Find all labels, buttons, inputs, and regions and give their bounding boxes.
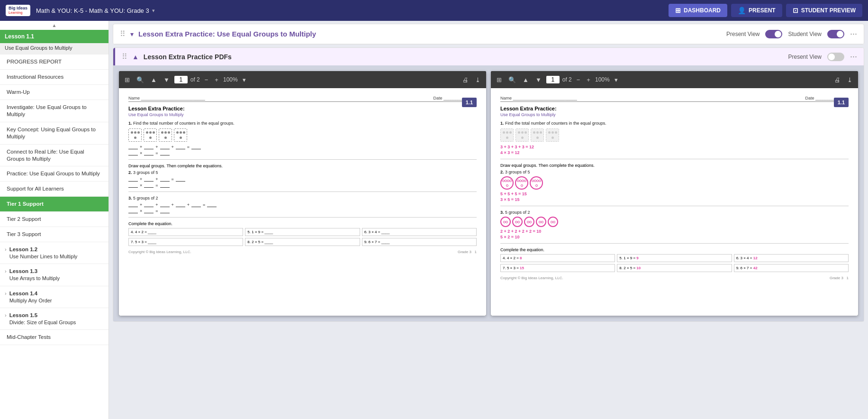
preview-icon: ⊡ — [793, 7, 798, 14]
pdf-toolbar-2: ⊞ 🔍 ▲ ▼ of 2 − + 100% ▾ 🖨 ⤓ — [491, 71, 858, 88]
pdf-print-icon-2[interactable]: 🖨 — [832, 75, 842, 84]
pdf-page-input-1[interactable] — [174, 76, 188, 83]
pdf-print-icon-1[interactable]: 🖨 — [461, 75, 470, 84]
pdf-drag-handle-icon[interactable]: ⠿ — [122, 52, 127, 61]
pdf-page-input-2[interactable] — [546, 76, 560, 83]
lesson12-chevron-icon: › — [5, 246, 7, 252]
present-icon: 👤 — [738, 7, 746, 14]
pdf-more-icon[interactable]: ··· — [850, 52, 857, 62]
pdf-complete-table-ans-2: 7. 5 × 3 = 15 8. 2 × 5 = 10 9. 6 × 7 = 4… — [500, 264, 849, 272]
pdf-search-icon-1[interactable]: 🔍 — [135, 75, 146, 84]
section-collapse-icon[interactable]: ▾ — [130, 30, 134, 38]
pdf-search-icon-2[interactable]: 🔍 — [506, 75, 518, 84]
pdf-q2-label-2: Draw equal groups. Then complete the equ… — [500, 163, 849, 168]
pdf-present-view-label: Present View — [788, 54, 822, 60]
pdf-blank-add-1: + + + = — [128, 145, 477, 149]
sidebar-item-lesson14[interactable]: › Lesson 1.4 Multiply Any Order — [0, 286, 108, 308]
pdf-groups-q3 — [500, 217, 849, 227]
pdf-blank-add-2a: + + = — [128, 177, 477, 182]
section-more-icon[interactable]: ··· — [850, 29, 857, 39]
pdf-cell-ans-q9: 9. 6 × 7 = 42 — [734, 264, 849, 272]
sidebar-item-instructional-resources[interactable]: Instructional Resources — [0, 70, 108, 85]
sidebar-lesson-subtitle: Use Equal Groups to Multiply — [0, 43, 108, 55]
pdf-zoom-out-1[interactable]: − — [203, 75, 210, 84]
pdf-ans-mul-1: 4 × 3 = 12 — [500, 150, 849, 155]
main-layout: ▲ Lesson 1.1 Use Equal Groups to Multipl… — [0, 21, 868, 419]
pdf-up-icon-2[interactable]: ▲ — [521, 75, 531, 84]
lesson-section-header: ⠿ ▾ Lesson Extra Practice: Use Equal Gro… — [113, 24, 864, 44]
pdf-lesson-title-2: Lesson Extra Practice: — [500, 106, 849, 111]
pdf-dice-2b — [515, 128, 529, 142]
pdf-q2-1: 2. 3 groups of 5 — [128, 170, 477, 175]
top-nav-actions: ⊞ DASHBOARD 👤 PRESENT ⊡ STUDENT PREVIEW — [669, 4, 862, 17]
dashboard-icon: ⊞ — [675, 7, 681, 14]
lesson14-chevron-icon: › — [5, 291, 7, 296]
sidebar-item-investigate[interactable]: Investigate: Use Equal Groups to Multipl… — [0, 100, 108, 122]
pdf-complete-table-1: 4. 4 × 2 = ____ 5. 1 × 9 = ____ 6. 3 × 4… — [128, 228, 477, 236]
student-view-toggle[interactable] — [827, 30, 844, 38]
sidebar-item-lesson13[interactable]: › Lesson 1.3 Use Arrays to Multiply — [0, 264, 108, 286]
sidebar-lesson-header[interactable]: Lesson 1.1 — [0, 30, 108, 43]
sidebar-item-tier2[interactable]: Tier 2 Support — [0, 212, 108, 227]
pdf-ans-add-1: 3 + 3 + 3 + 3 = 12 — [500, 145, 849, 149]
dashboard-button[interactable]: ⊞ DASHBOARD — [669, 4, 727, 17]
student-preview-button[interactable]: ⊡ STUDENT PREVIEW — [786, 4, 862, 17]
pdf-down-icon-1[interactable]: ▼ — [162, 75, 172, 84]
pdf-up-icon-1[interactable]: ▲ — [149, 75, 159, 84]
pdf-down-icon-2[interactable]: ▼ — [533, 75, 543, 84]
pdf-ans-add-2: 5 + 5 + 5 = 15 — [500, 191, 849, 196]
logo: Big IdeasLearning — [6, 5, 30, 16]
present-view-toggle[interactable] — [765, 30, 782, 38]
pdf-download-icon-1[interactable]: ⤓ — [473, 75, 482, 84]
pdf-divider-2a — [500, 159, 849, 159]
pdf-complete-label-2: Complete the equation. — [500, 247, 849, 252]
pdf-q2-2: 2. 3 groups of 5 — [500, 170, 849, 174]
pdf-sidebar-toggle-2[interactable]: ⊞ — [495, 75, 504, 84]
sidebar-scroll-up[interactable]: ▲ — [0, 21, 108, 30]
lesson13-chevron-icon: › — [5, 268, 7, 274]
pdf-section: ⠿ ▲ Lesson Extra Practice PDFs Present V… — [113, 47, 864, 322]
pdf-zoom-in-1[interactable]: + — [213, 75, 220, 84]
pdf-blank-add-3a: + + + + = — [128, 202, 477, 207]
pdf-divider-1c — [128, 217, 477, 218]
sidebar-item-tier3[interactable]: Tier 3 Support — [0, 227, 108, 242]
sidebar-item-connect-real-life[interactable]: Connect to Real Life: Use Equal Groups t… — [0, 145, 108, 167]
breadcrumb: Math & YOU: K-5 - Math & YOU: Grade 3 ▾ — [36, 7, 663, 14]
pdf-zoom-in-2[interactable]: + — [585, 75, 592, 84]
sidebar-item-progress-report[interactable]: PROGRESS REPORT — [0, 55, 108, 70]
pdf-dice-2a — [500, 128, 514, 142]
sidebar-item-lesson15[interactable]: › Lesson 1.5 Divide: Size of Equal Group… — [0, 308, 108, 330]
pdf-section-header: ⠿ ▲ Lesson Extra Practice PDFs Present V… — [113, 48, 864, 65]
section-title: Lesson Extra Practice: Use Equal Groups … — [138, 30, 722, 38]
pdf-collapse-icon[interactable]: ▲ — [132, 53, 139, 61]
breadcrumb-chevron-icon[interactable]: ▾ — [152, 8, 155, 14]
pdf-download-icon-2[interactable]: ⤓ — [845, 75, 854, 84]
sidebar-item-mid-chapter[interactable]: Mid-Chapter Tests — [0, 330, 108, 345]
pdf-zoom-dropdown-1[interactable]: ▾ — [241, 75, 248, 84]
pdf-dice-images-1 — [128, 128, 477, 142]
pdf-dice-2c — [531, 128, 544, 142]
section-controls: Present View Student View ··· — [726, 29, 857, 39]
pdf-ans-mul-2: 3 × 5 = 15 — [500, 197, 849, 202]
pdf-zoom-dropdown-2[interactable]: ▾ — [613, 75, 620, 84]
sidebar-item-lesson12[interactable]: › Lesson 1.2 Use Number Lines to Multipl… — [0, 242, 108, 264]
pdf-dice-1c — [159, 128, 172, 142]
pdf-lesson-title-1: Lesson Extra Practice: — [128, 106, 477, 111]
pdf-divider-2b — [500, 206, 849, 206]
sidebar-item-warm-up[interactable]: Warm-Up — [0, 85, 108, 100]
sidebar-item-practice[interactable]: Practice: Use Equal Groups to Multiply — [0, 166, 108, 182]
pdf-q1-1: 1. Find the total number of counters in … — [128, 121, 477, 126]
pdf-present-view-toggle[interactable] — [827, 53, 844, 61]
pdf-section-controls: Present View ··· — [788, 52, 858, 62]
pdf-sidebar-toggle-1[interactable]: ⊞ — [123, 75, 132, 84]
pdf-zoom-out-2[interactable]: − — [575, 75, 582, 84]
pdf-dice-images-2 — [500, 128, 849, 142]
drag-handle-icon[interactable]: ⠿ — [120, 29, 126, 38]
pdf-ans-mul-3: 5 × 2 = 10 — [500, 235, 849, 239]
sidebar-item-support-all[interactable]: Support for All Learners — [0, 182, 108, 197]
sidebar-item-tier1[interactable]: Tier 1 Support — [0, 197, 108, 212]
pdf-cell-ans-q6: 6. 3 × 4 = 12 — [734, 254, 849, 262]
present-button[interactable]: 👤 PRESENT — [731, 4, 782, 17]
sidebar-item-key-concept[interactable]: Key Concept: Using Equal Groups to Multi… — [0, 122, 108, 145]
pdf-cell-ans-q4: 4. 4 × 2 = 8 — [500, 254, 615, 262]
